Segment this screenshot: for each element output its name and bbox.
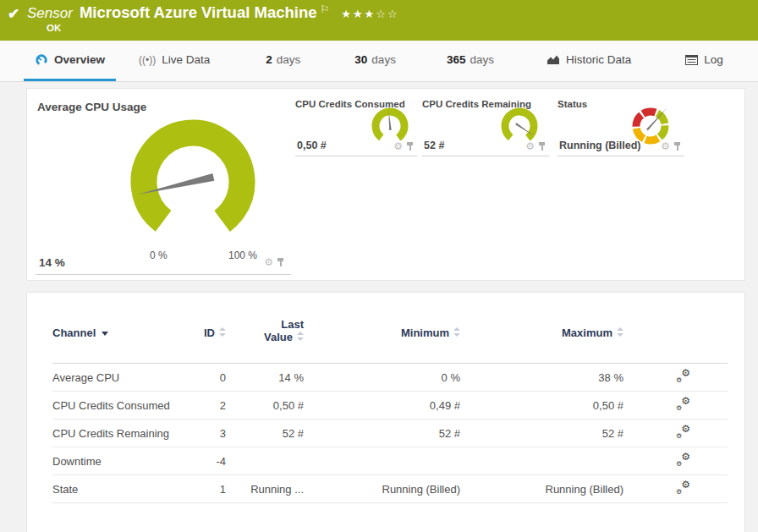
- tab-overview-label: Overview: [54, 53, 105, 66]
- gauge-settings-gear-icon[interactable]: ⚙: [393, 141, 403, 151]
- channel-name: Average CPU: [52, 371, 200, 384]
- channel-name: Downtime: [52, 455, 200, 468]
- channel-last-value: 14 %: [226, 371, 304, 384]
- tab-historic-data[interactable]: Historic Data: [536, 41, 642, 81]
- tab-2-days[interactable]: 2 days: [255, 41, 311, 81]
- gauge-pin-icon[interactable]: [406, 142, 414, 151]
- live-data-icon: ((•)): [139, 54, 156, 66]
- channel-id: 1: [200, 483, 226, 496]
- channel-minimum: 0 %: [304, 371, 460, 384]
- log-icon: [685, 55, 698, 65]
- channel-id: 0: [200, 371, 226, 384]
- channels-table-header: Channel ID Last Value Minimum Maximum: [52, 293, 728, 364]
- gauge-panel-credits-consumed: CPU Credits Consumed 0,50 # ⚙: [295, 94, 417, 156]
- column-header-channel[interactable]: Channel: [52, 318, 200, 339]
- channel-settings-gears-icon[interactable]: ⚙⚙: [676, 425, 690, 438]
- channel-minimum: 52 #: [304, 427, 460, 440]
- average-cpu-value: 14 %: [39, 256, 65, 269]
- flag-icon[interactable]: ⚐: [321, 3, 330, 15]
- sort-arrows-icon[interactable]: [297, 332, 304, 341]
- tab-365-days[interactable]: 365 days: [436, 41, 505, 81]
- stars-filled[interactable]: ★★★: [341, 8, 376, 20]
- sort-arrows-icon[interactable]: [219, 327, 226, 337]
- tab-log-label: Log: [704, 53, 723, 66]
- sensor-title: Microsoft Azure Virtual Machine: [80, 3, 317, 21]
- channel-settings-gears-icon[interactable]: ⚙⚙: [676, 453, 690, 466]
- credits-consumed-value: 0,50 #: [297, 140, 327, 151]
- credits-remaining-gauge: [496, 106, 543, 146]
- tab-overview[interactable]: Overview: [24, 41, 116, 81]
- gauge-panel-credits-remaining: CPU Credits Remaining 52 # ⚙: [422, 94, 549, 156]
- channel-id: 3: [200, 427, 226, 440]
- credits-remaining-value: 52 #: [424, 140, 444, 151]
- channel-name: CPU Credits Remaining: [52, 427, 200, 440]
- sort-arrows-icon[interactable]: [453, 327, 460, 337]
- object-type-label: Sensor: [27, 5, 73, 21]
- channels-table-card: Channel ID Last Value Minimum Maximum Av…: [26, 292, 745, 532]
- channel-settings-gears-icon[interactable]: ⚙⚙: [676, 398, 690, 410]
- status-value: Running (Billed): [559, 140, 641, 151]
- sort-caret-icon[interactable]: [102, 332, 108, 336]
- gauge-icon: [35, 53, 48, 66]
- channel-id: -4: [200, 455, 226, 468]
- channel-maximum: 52 #: [460, 427, 623, 440]
- table-row-downtime[interactable]: Downtime -4 ⚙⚙: [52, 447, 728, 475]
- tab-365-days-number: 365: [447, 53, 466, 66]
- table-row-state[interactable]: State 1 Running ... Running (Billed) Run…: [52, 475, 728, 503]
- channel-settings-gears-icon[interactable]: ⚙⚙: [676, 370, 690, 382]
- table-row-average-cpu[interactable]: Average CPU 0 14 % 0 % 38 % ⚙⚙: [52, 364, 728, 392]
- table-row-credits-remaining[interactable]: CPU Credits Remaining 3 52 # 52 # 52 # ⚙…: [52, 420, 728, 447]
- gauge-pin-icon[interactable]: [673, 142, 681, 151]
- gauge-settings-gear-icon[interactable]: ⚙: [264, 257, 273, 267]
- gauge-settings-gear-icon[interactable]: ⚙: [525, 141, 535, 151]
- channel-minimum: 0,49 #: [304, 399, 460, 412]
- channel-name: CPU Credits Consumed: [52, 399, 200, 412]
- channel-id: 2: [200, 399, 226, 412]
- tab-live-data-label: Live Data: [162, 53, 210, 66]
- average-cpu-gauge: [108, 107, 277, 256]
- stars-empty[interactable]: ☆☆: [376, 8, 398, 20]
- table-row-credits-consumed[interactable]: CPU Credits Consumed 2 0,50 # 0,49 # 0,5…: [52, 392, 728, 420]
- channel-settings-gears-icon[interactable]: ⚙⚙: [676, 481, 690, 494]
- column-header-id[interactable]: ID: [200, 318, 226, 339]
- column-header-minimum[interactable]: Minimum: [304, 318, 460, 339]
- channel-minimum: Running (Billed): [304, 483, 460, 496]
- tab-log[interactable]: Log: [674, 41, 734, 81]
- ok-check-icon: ✔: [8, 5, 19, 23]
- overview-gauges-card: Average CPU Usage 0 % 100 % 14 % ⚙ CPU C…: [26, 88, 745, 281]
- gauge-panel-average-cpu: Average CPU Usage 0 % 100 % 14 % ⚙: [36, 94, 291, 275]
- tab-live-data[interactable]: ((•)) Live Data: [128, 41, 221, 81]
- historic-data-icon: [547, 54, 560, 65]
- tab-30-days-unit: days: [371, 53, 396, 66]
- channel-last-value: Running ...: [226, 483, 304, 496]
- credits-consumed-gauge: [366, 106, 414, 146]
- channel-maximum: 0,50 #: [460, 399, 623, 412]
- gauge-pin-icon[interactable]: [277, 258, 284, 267]
- priority-stars[interactable]: ★★★☆☆: [341, 8, 398, 20]
- column-header-maximum[interactable]: Maximum: [460, 318, 623, 339]
- gauge-panel-status: Status Running (Billed) ⚙: [558, 94, 684, 156]
- gauge-min-label: 0 %: [150, 250, 168, 261]
- channel-maximum: Running (Billed): [460, 483, 623, 496]
- channel-last-value: 0,50 #: [226, 399, 304, 412]
- tab-30-days[interactable]: 30 days: [343, 41, 407, 81]
- sensor-status-text: OK: [47, 23, 61, 33]
- tab-2-days-number: 2: [266, 53, 272, 66]
- tab-historic-data-label: Historic Data: [566, 53, 631, 66]
- column-header-last-value[interactable]: Last Value: [226, 318, 304, 343]
- gauge-settings-gear-icon[interactable]: ⚙: [661, 141, 670, 151]
- tab-30-days-number: 30: [354, 53, 367, 66]
- tab-365-days-unit: days: [470, 53, 494, 66]
- gauge-pin-icon[interactable]: [538, 142, 546, 151]
- channel-name: State: [52, 483, 200, 496]
- sensor-status-banner: ✔ SensorMicrosoft Azure Virtual Machine⚐…: [0, 0, 758, 41]
- channel-maximum: 38 %: [460, 371, 623, 384]
- gauge-max-label: 100 %: [228, 250, 257, 261]
- channel-last-value: 52 #: [226, 427, 304, 440]
- tab-bar: Overview ((•)) Live Data 2 days 30 days …: [0, 41, 758, 82]
- tab-2-days-unit: days: [277, 53, 301, 66]
- sort-arrows-icon[interactable]: [617, 327, 623, 337]
